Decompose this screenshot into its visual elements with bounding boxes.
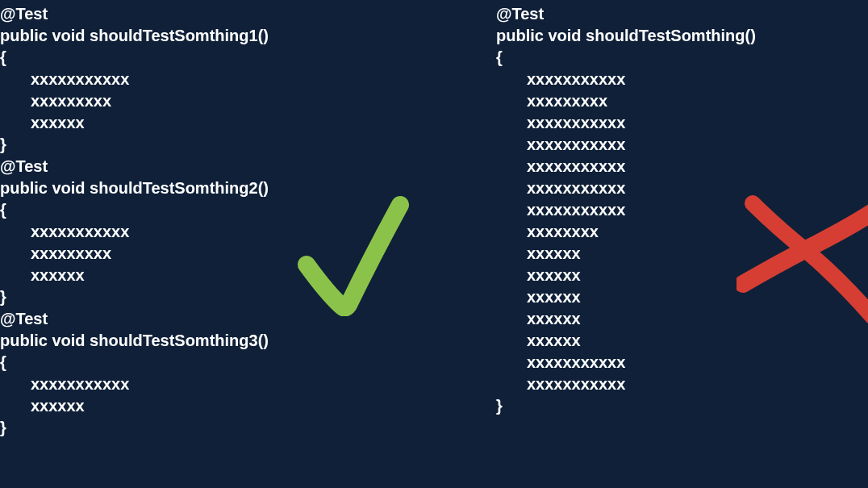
code-line: xxxxxx [496, 243, 868, 265]
bad-code-block: @Testpublic void shouldTestSomthing(){xx… [496, 3, 868, 417]
code-line: @Test [0, 3, 496, 25]
code-line: } [0, 134, 496, 156]
code-line: xxxxxxxxxxx [496, 373, 868, 395]
code-line: xxxxxx [0, 265, 496, 286]
code-line: } [496, 395, 868, 417]
code-line: public void shouldTestSomthing() [496, 25, 868, 47]
good-example-column: @Testpublic void shouldTestSomthing1(){x… [0, 0, 496, 488]
code-line: { [496, 47, 868, 69]
bad-example-column: @Testpublic void shouldTestSomthing(){xx… [496, 0, 868, 488]
code-line: xxxxxx [0, 112, 496, 134]
code-line: xxxxxxxxxxx [496, 199, 868, 221]
code-line: xxxxxxxxxxx [0, 373, 496, 395]
code-line: @Test [0, 156, 496, 177]
code-line: xxxxxx [496, 286, 868, 308]
code-line: xxxxxxxxx [0, 243, 496, 265]
code-line: xxxxxxxxxxx [0, 69, 496, 90]
code-line: xxxxxxxxxxx [0, 221, 496, 243]
code-line: xxxxxxxxxxx [496, 112, 868, 134]
code-line: { [0, 47, 496, 69]
code-line: @Test [496, 3, 868, 25]
code-line: xxxxxx [496, 265, 868, 286]
code-line: xxxxxx [0, 395, 496, 417]
code-line: xxxxxxxxxxx [496, 69, 868, 90]
code-line: public void shouldTestSomthing3() [0, 330, 496, 352]
good-code-block: @Testpublic void shouldTestSomthing1(){x… [0, 3, 496, 439]
code-line: xxxxxxxx [496, 221, 868, 243]
code-line: xxxxxx [496, 330, 868, 352]
code-line: xxxxxx [496, 308, 868, 330]
code-line: } [0, 417, 496, 439]
code-line: xxxxxxxxxxx [496, 177, 868, 199]
code-line: public void shouldTestSomthing1() [0, 25, 496, 47]
code-line: { [0, 199, 496, 221]
code-line: public void shouldTestSomthing2() [0, 177, 496, 199]
code-line: @Test [0, 308, 496, 330]
code-line: xxxxxxxxxxx [496, 156, 868, 177]
code-line: xxxxxxxxxxx [496, 352, 868, 373]
code-line: xxxxxxxxx [0, 90, 496, 112]
comparison-layout: @Testpublic void shouldTestSomthing1(){x… [0, 0, 868, 488]
code-line: xxxxxxxxx [496, 90, 868, 112]
code-line: } [0, 286, 496, 308]
code-line: xxxxxxxxxxx [496, 134, 868, 156]
code-line: { [0, 352, 496, 373]
